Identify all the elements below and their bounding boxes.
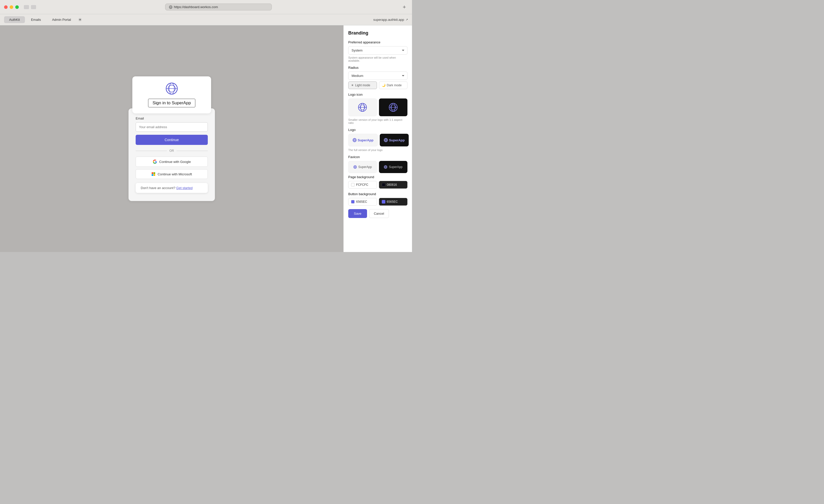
favicon-grid: SuperApp SuperApp — [348, 161, 407, 173]
radius-label: Radius — [348, 66, 407, 70]
favicon-text-dark: SuperApp — [389, 165, 402, 169]
url-input[interactable]: https://dashboard.workos.com — [165, 4, 272, 10]
light-mode-label: Light mode — [355, 84, 370, 87]
logo-light: SuperApp — [348, 134, 378, 146]
superapp-logo-label-light: SuperApp — [357, 138, 374, 142]
page-background-label: Page background — [348, 175, 407, 179]
sidebar-toggle-button[interactable] — [24, 5, 29, 9]
page-bg-dark-input[interactable]: 080816 — [379, 181, 408, 188]
browser-chrome: https://dashboard.workos.com + — [0, 0, 412, 14]
svg-rect-7 — [151, 172, 153, 174]
radius-select[interactable]: Small Medium Large — [348, 72, 407, 80]
external-link-icon: ↗ — [406, 18, 408, 21]
tab-authkit[interactable]: AuthKit — [4, 16, 25, 23]
logo-grid: SuperApp SuperApp — [348, 134, 407, 146]
page-bg-light-swatch — [351, 183, 354, 186]
app-logo-icon — [166, 83, 178, 95]
window-controls — [24, 5, 36, 9]
favicon-icon-dark — [384, 165, 387, 169]
btn-bg-dark-value: 6565EC — [387, 200, 398, 204]
favicon-cell-light: SuperApp — [353, 165, 372, 169]
microsoft-signin-button[interactable]: Continue with Microsoft — [136, 169, 208, 179]
email-label: Email — [136, 117, 208, 120]
dark-mode-button[interactable]: 🌙 Dark mode — [379, 82, 408, 89]
btn-bg-light-value: 6565EC — [356, 200, 367, 204]
btn-bg-light-swatch — [351, 200, 354, 204]
favicon-light: SuperApp — [348, 161, 377, 173]
tab-bar-right: superapp.authkit.app ↗ — [374, 18, 408, 22]
page-bg-light-value: FCFCFC — [356, 183, 368, 186]
logo-dark: SuperApp — [380, 134, 409, 146]
favicon-label: Favicon — [348, 155, 407, 159]
logo-icon-dark — [379, 99, 408, 116]
app-logo-small-dark — [389, 103, 398, 112]
btn-bg-light-input[interactable]: 6565EC — [348, 198, 377, 206]
theme-toggle-icon[interactable]: ☀ — [77, 16, 83, 24]
preview-area: Sign in to SuperApp Email Continue OR Co… — [0, 25, 343, 252]
logo-icon-label: Logo icon — [348, 93, 407, 97]
preferred-appearance-select[interactable]: System Light Dark — [348, 46, 407, 54]
sun-icon: ☀ — [351, 84, 354, 87]
get-started-link[interactable]: Get started — [176, 186, 193, 190]
url-text: https://dashboard.workos.com — [174, 5, 218, 9]
superapp-icon-dark — [384, 138, 388, 142]
logo-hint: The full version of your logo — [348, 148, 407, 151]
superapp-logo-dark: SuperApp — [384, 138, 405, 142]
google-signin-button[interactable]: Continue with Google — [136, 156, 208, 167]
button-background-label: Button background — [348, 192, 407, 196]
logo-icon-light — [348, 99, 377, 116]
minimize-button[interactable] — [10, 5, 13, 9]
maximize-button[interactable] — [15, 5, 19, 9]
tab-admin-portal[interactable]: Admin Portal — [47, 16, 76, 23]
google-icon — [152, 159, 157, 164]
tab-emails[interactable]: Emails — [26, 16, 46, 23]
signin-form-card: Email Continue OR Continue with Google — [128, 108, 215, 201]
appearance-toggle: ☀ Light mode 🌙 Dark mode — [348, 82, 407, 89]
favicon-icon-light — [353, 165, 357, 169]
signin-header-card: Sign in to SuperApp — [132, 77, 211, 113]
logo-icon-hint: Smaller version of your logo with 1:1 as… — [348, 118, 407, 124]
microsoft-button-label: Continue with Microsoft — [158, 172, 192, 176]
divider-line-right — [177, 151, 208, 151]
authkit-app-link[interactable]: superapp.authkit.app — [374, 18, 404, 22]
svg-rect-9 — [151, 174, 153, 176]
no-account-tooltip: Don't have an account? Get started — [136, 183, 208, 193]
save-button[interactable]: Save — [348, 209, 367, 218]
favicon-text-light: SuperApp — [358, 165, 372, 169]
page-bg-light-input[interactable]: FCFCFC — [348, 181, 377, 188]
action-buttons: Save Cancel — [348, 209, 407, 218]
appearance-hint: System appearance will be used when avai… — [348, 56, 407, 62]
logo-icon-grid — [348, 99, 407, 116]
microsoft-icon — [151, 172, 156, 176]
no-account-text: Don't have an account? — [141, 186, 175, 190]
page-bg-dark-swatch — [382, 183, 385, 186]
moon-icon: 🌙 — [382, 84, 386, 87]
page-background-colors: FCFCFC 080816 — [348, 181, 407, 188]
divider-line-left — [136, 151, 167, 151]
main-layout: Sign in to SuperApp Email Continue OR Co… — [0, 25, 412, 252]
divider-text: OR — [170, 149, 174, 152]
signin-title: Sign in to SuperApp — [148, 99, 195, 107]
favicon-cell-dark: SuperApp — [384, 165, 402, 169]
superapp-logo-label-dark: SuperApp — [389, 138, 405, 142]
back-button[interactable] — [31, 5, 36, 9]
traffic-lights — [4, 5, 19, 9]
tab-bar: AuthKit Emails Admin Portal ☀ superapp.a… — [0, 14, 412, 25]
close-button[interactable] — [4, 5, 8, 9]
continue-button[interactable]: Continue — [136, 135, 208, 145]
app-logo-small-light — [358, 103, 367, 112]
btn-bg-dark-swatch — [382, 200, 385, 204]
cancel-button[interactable]: Cancel — [369, 209, 389, 218]
branding-panel: Branding Preferred appearance System Lig… — [343, 25, 412, 252]
new-tab-button[interactable]: + — [401, 4, 408, 10]
svg-rect-8 — [154, 172, 156, 174]
email-input[interactable] — [136, 122, 208, 132]
address-bar: https://dashboard.workos.com — [39, 4, 398, 10]
globe-icon — [169, 5, 173, 9]
or-divider: OR — [136, 149, 208, 152]
btn-bg-dark-input[interactable]: 6565EC — [379, 198, 408, 206]
logo-label: Logo — [348, 128, 407, 132]
superapp-logo-light: SuperApp — [352, 138, 374, 142]
panel-title: Branding — [348, 30, 407, 36]
light-mode-button[interactable]: ☀ Light mode — [348, 82, 377, 89]
